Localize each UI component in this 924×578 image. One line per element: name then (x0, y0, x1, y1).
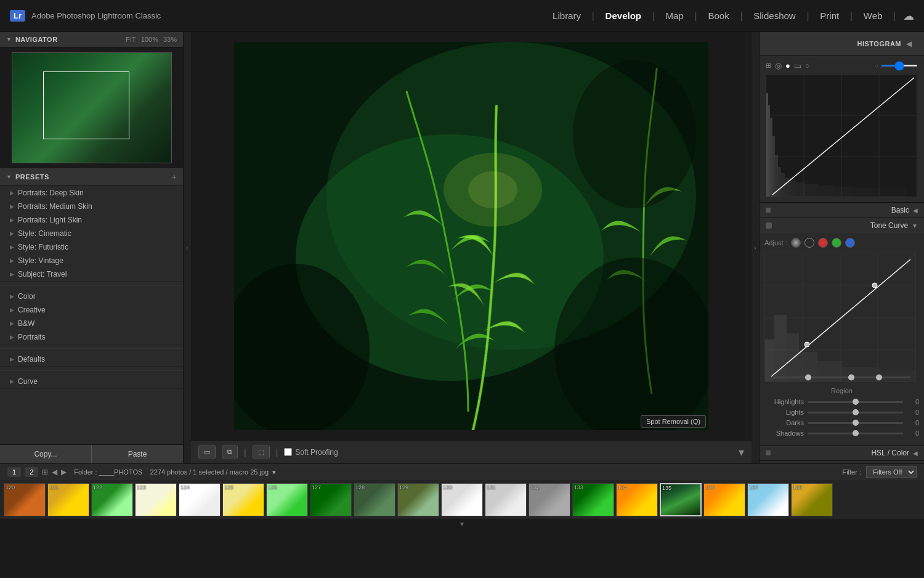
filmstrip-thumbnail[interactable]: 135 (660, 483, 702, 516)
paste-button[interactable]: Paste (91, 445, 183, 463)
soft-proofing-input[interactable] (284, 448, 292, 456)
filmstrip-thumbnail[interactable]: 127 (310, 483, 352, 516)
oval-tool[interactable]: ○ (805, 61, 810, 70)
bottom-arrow-icon[interactable]: ▼ (459, 521, 465, 527)
basic-section-header[interactable]: Basic ◀ (760, 202, 924, 218)
filmstrip-thumbnail[interactable]: 126 (266, 483, 308, 516)
preset-folder-bw[interactable]: ▶ B&W (0, 317, 183, 330)
preset-folder-curve[interactable]: ▶ Curve (0, 375, 183, 388)
hsl-arrow[interactable]: ◀ (913, 450, 918, 457)
compare-button[interactable]: ⧉ (222, 446, 238, 458)
preset-item[interactable]: ▶ Style: Cinematic (0, 227, 183, 240)
navigator-header[interactable]: ▼ Navigator FIT 100% 33% (0, 32, 183, 47)
color-grading-header[interactable]: Color Grading ◀ (760, 460, 924, 463)
preset-item[interactable]: ▶ Subject: Travel (0, 267, 183, 281)
filmstrip-thumbnail[interactable]: 120 (4, 483, 46, 516)
grid-tool[interactable]: ⊞ (766, 62, 771, 70)
zoom-33[interactable]: 33% (163, 36, 177, 43)
basic-arrow[interactable]: ◀ (913, 207, 918, 214)
red-channel-button[interactable] (818, 238, 828, 248)
crop-button[interactable]: ⬚ (253, 446, 270, 458)
green-channel-button[interactable] (832, 238, 841, 248)
grid-view-icon[interactable]: ⊞ (42, 468, 48, 476)
add-preset-button[interactable]: + (172, 172, 177, 182)
filter-dropdown[interactable]: Filters Off (866, 466, 917, 478)
nav-print[interactable]: Print (809, 10, 850, 21)
shadows-track[interactable] (808, 433, 903, 434)
filmstrip-thumbnail[interactable]: 131 (485, 483, 527, 516)
tone-curve-display[interactable] (764, 253, 916, 382)
darks-thumb[interactable] (853, 420, 859, 426)
rect-tool[interactable]: ▭ (794, 61, 801, 70)
zoom-fit[interactable]: FIT (126, 36, 136, 43)
tone-curve-arrow[interactable]: ▼ (912, 222, 918, 229)
filmstrip-thumbnail[interactable]: 130 (441, 483, 483, 516)
blue-channel-button[interactable] (845, 238, 855, 248)
hsl-section-header[interactable]: HSL / Color ◀ (760, 445, 924, 460)
preset-name: Portraits: Light Skin (18, 216, 82, 224)
shadows-thumb[interactable] (853, 430, 859, 436)
preset-item[interactable]: ▶ Portraits: Light Skin (0, 213, 183, 227)
lights-track[interactable] (808, 412, 903, 413)
presets-title: Presets (15, 173, 49, 181)
filmstrip-thumbnail[interactable]: 129 (397, 483, 439, 516)
histogram-collapse-arrow[interactable]: ◀ (906, 39, 912, 48)
filmstrip-thumbnail[interactable]: 136 (703, 483, 745, 516)
collapse-right-panel[interactable]: › (752, 32, 759, 463)
filmstrip-page-2[interactable]: 2 (25, 467, 38, 477)
nav-map[interactable]: Map (655, 10, 695, 21)
preset-item[interactable]: ▶ Style: Futuristic (0, 240, 183, 254)
brightness-slider[interactable] (881, 65, 918, 67)
preset-item[interactable]: ▶ Portraits: Deep Skin (0, 186, 183, 200)
filmstrip-thumbnail[interactable]: 137 (747, 483, 789, 516)
filmstrip-page-1[interactable]: 1 (7, 467, 21, 477)
nav-library[interactable]: Library (541, 10, 592, 21)
filmstrip-thumbnail[interactable]: 133 (572, 483, 614, 516)
target-tool[interactable]: ◎ (775, 61, 782, 70)
filmstrip-thumbnail[interactable]: 124 (179, 483, 221, 516)
preset-folder-color[interactable]: ▶ Color (0, 290, 183, 303)
nav-web[interactable]: Web (853, 10, 894, 21)
nav-slideshow[interactable]: Slideshow (742, 10, 806, 21)
darks-track[interactable] (808, 422, 903, 424)
filmstrip-thumbnail[interactable]: 125 (222, 483, 264, 516)
preset-folder-portraits[interactable]: ▶ Portraits (0, 330, 183, 344)
all-channel-button[interactable] (804, 238, 814, 248)
nav-develop[interactable]: Develop (594, 10, 652, 21)
highlights-track[interactable] (808, 401, 903, 403)
circle-tool[interactable]: ● (785, 61, 790, 70)
filmstrip-thumbnail[interactable]: 121 (47, 483, 89, 516)
preset-folder-defaults[interactable]: ▶ Defaults (0, 352, 183, 366)
view-mode-button[interactable]: ▭ (198, 446, 216, 458)
filmstrip-thumbnail[interactable]: 123 (135, 483, 177, 516)
chevron-icon: ▶ (10, 356, 14, 362)
photo-count: 2274 photos / 1 selected / (150, 468, 228, 476)
filmstrip-thumbnail[interactable]: 138 (791, 483, 833, 516)
bw-channel-button[interactable] (791, 238, 801, 248)
highlights-thumb[interactable] (853, 399, 859, 405)
lights-thumb[interactable] (853, 409, 859, 415)
folder-name: Creative (18, 306, 46, 314)
nav-book[interactable]: Book (697, 10, 740, 21)
filmstrip-thumbnail[interactable]: 122 (91, 483, 133, 516)
filename[interactable]: macro 25.jpg (230, 468, 269, 476)
soft-proofing-checkbox[interactable]: Soft Proofing (284, 448, 338, 457)
filmstrip-thumbnail[interactable]: 132 (529, 483, 570, 516)
preset-item[interactable]: ▶ Portraits: Medium Skin (0, 200, 183, 213)
toolbar-dropdown-arrow[interactable]: ▾ (739, 446, 744, 459)
tone-curve-header[interactable]: Tone Curve ▼ (760, 218, 924, 233)
prev-arrow-icon[interactable]: ◀ (52, 468, 57, 476)
presets-header[interactable]: ▼ Presets + (0, 168, 183, 186)
tone-curve-enable[interactable] (766, 222, 772, 229)
preset-item[interactable]: ▶ Style: Vintage (0, 254, 183, 267)
filmstrip-thumbnail[interactable]: 134 (616, 483, 658, 516)
collapse-left-panel[interactable]: ‹ (184, 32, 191, 463)
cloud-icon[interactable]: ☁ (903, 9, 914, 23)
preset-folder-creative[interactable]: ▶ Creative (0, 303, 183, 317)
svg-rect-26 (833, 187, 851, 197)
copy-button[interactable]: Copy... (0, 445, 91, 463)
filmstrip-thumbnail[interactable]: 128 (354, 483, 395, 516)
lights-value: 0 (907, 409, 919, 416)
next-arrow-icon[interactable]: ▶ (61, 468, 67, 476)
zoom-100[interactable]: 100% (141, 36, 158, 43)
